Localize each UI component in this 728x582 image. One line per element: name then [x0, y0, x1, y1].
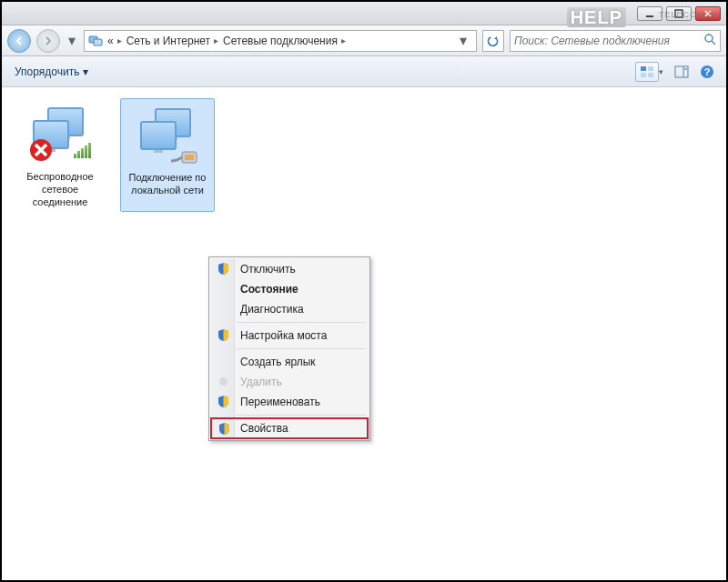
- content-area: Беспроводное сетевое соединение Подключе…: [4, 89, 724, 578]
- help-button[interactable]: ?: [695, 62, 719, 82]
- network-location-icon: [88, 34, 103, 48]
- shield-icon: [217, 328, 230, 342]
- chevron-right-icon: ▸: [117, 35, 122, 45]
- preview-pane-button[interactable]: [670, 62, 693, 82]
- breadcrumb-seg-2[interactable]: Сетевые подключения▸: [223, 35, 346, 47]
- breadcrumb-root[interactable]: «▸: [107, 35, 122, 47]
- address-dropdown[interactable]: ▾: [454, 32, 472, 50]
- separator: [237, 322, 366, 323]
- ctx-delete: Удалить: [211, 372, 368, 392]
- back-button[interactable]: [7, 29, 31, 53]
- view-button[interactable]: [635, 62, 659, 82]
- refresh-button[interactable]: [482, 30, 504, 52]
- ctx-properties[interactable]: Свойства: [210, 417, 369, 439]
- svg-rect-5: [641, 66, 646, 71]
- separator: [237, 348, 366, 349]
- ctx-rename[interactable]: Переименовать: [211, 392, 368, 412]
- connection-item-wireless[interactable]: Беспроводное сетевое соединение: [13, 98, 107, 212]
- address-bar[interactable]: «▸ Сеть и Интернет▸ Сетевые подключения▸…: [84, 30, 477, 52]
- search-box[interactable]: [510, 30, 721, 52]
- search-icon: [703, 33, 716, 49]
- toolbar: Упорядочить ▾ ▾ ?: [2, 56, 726, 87]
- svg-rect-7: [641, 73, 646, 77]
- separator: [237, 415, 366, 416]
- svg-rect-3: [94, 39, 102, 45]
- lan-connection-icon: [135, 103, 200, 168]
- chevron-right-icon: ▸: [214, 35, 218, 45]
- svg-rect-0: [646, 15, 653, 17]
- svg-text:?: ?: [704, 66, 711, 77]
- ctx-bridge[interactable]: Настройка моста: [211, 326, 368, 346]
- organize-button[interactable]: Упорядочить ▾: [9, 63, 94, 81]
- item-label: Беспроводное сетевое соединение: [16, 171, 104, 208]
- connection-item-lan[interactable]: Подключение по локальной сети: [120, 98, 215, 212]
- breadcrumb-seg-1[interactable]: Сеть и Интернет▸: [126, 35, 218, 47]
- svg-point-4: [705, 35, 713, 42]
- ctx-status[interactable]: Состояние: [211, 279, 368, 299]
- shield-icon: [217, 422, 231, 436]
- svg-rect-16: [185, 155, 194, 160]
- context-menu: Отключить Состояние Диагностика Настройк…: [208, 256, 370, 441]
- disabled-x-icon: [29, 138, 53, 162]
- view-dropdown[interactable]: ▾: [659, 67, 668, 76]
- watermark: HELP TELECOM.BY: [567, 7, 626, 28]
- svg-rect-6: [648, 66, 653, 71]
- shield-icon: [217, 262, 230, 276]
- nav-history-dropdown[interactable]: ▾: [66, 31, 78, 51]
- wireless-connection-icon: [27, 102, 93, 167]
- chevron-right-icon: ▸: [341, 35, 346, 45]
- ethernet-plug-icon: [171, 146, 198, 166]
- nav-bar: ▾ «▸ Сеть и Интернет▸ Сетевые подключени…: [2, 25, 726, 56]
- item-label: Подключение по локальной сети: [125, 172, 210, 197]
- chevron-down-icon: ▾: [83, 65, 88, 78]
- ctx-shortcut[interactable]: Создать ярлык: [211, 352, 368, 372]
- svg-rect-9: [675, 66, 688, 77]
- forward-button[interactable]: [36, 29, 60, 53]
- svg-rect-8: [648, 73, 653, 77]
- ctx-diagnose[interactable]: Диагностика: [211, 299, 368, 319]
- ctx-disable[interactable]: Отключить: [211, 259, 368, 279]
- svg-rect-11: [684, 68, 687, 70]
- signal-bars-icon: [74, 143, 91, 158]
- disabled-dot-icon: [219, 377, 228, 386]
- shield-icon: [217, 395, 230, 408]
- search-input[interactable]: [514, 35, 700, 47]
